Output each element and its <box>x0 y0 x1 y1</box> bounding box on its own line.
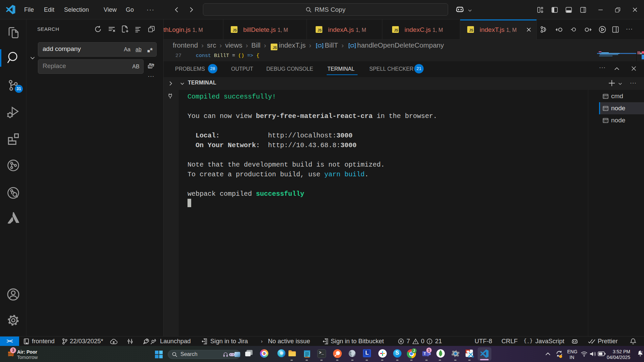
svg-text:z: z <box>641 350 643 353</box>
svg-text:ab: ab <box>152 63 154 66</box>
svg-text:C:\: C:\ <box>604 108 608 111</box>
svg-text:C:\: C:\ <box>604 120 608 123</box>
svg-text:C:\: C:\ <box>604 96 608 99</box>
svg-text:T: T <box>424 352 426 356</box>
svg-text:ac: ac <box>149 66 151 68</box>
